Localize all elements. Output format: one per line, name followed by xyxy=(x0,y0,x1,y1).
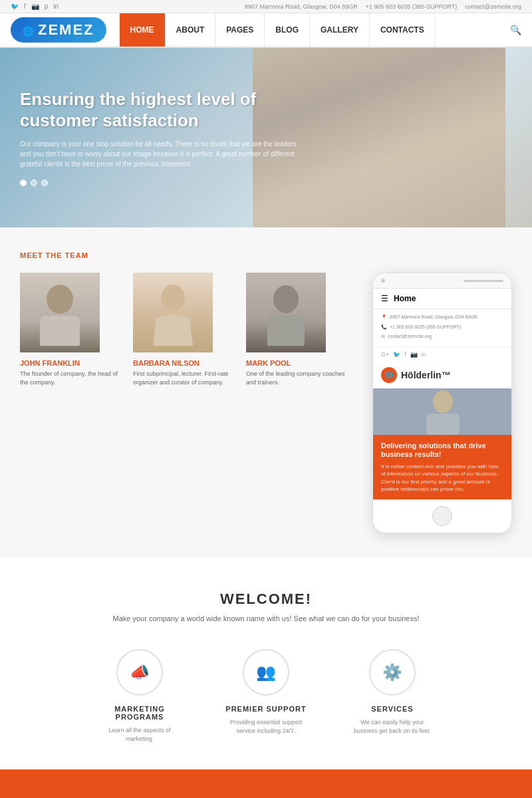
phone-address-icon: 📍 xyxy=(381,313,387,322)
phone-hero-image xyxy=(373,388,511,435)
phone-nav: ☰ Home xyxy=(373,289,511,309)
features-row: 📣 MARKETING PROGRAMS Learn all the aspec… xyxy=(20,649,512,743)
welcome-heading: WELCOME! xyxy=(20,591,512,608)
phone-camera xyxy=(381,279,385,283)
nav-contacts[interactable]: CONTACTS xyxy=(370,13,436,47)
phone-orange-content: Delivering solutions that drive business… xyxy=(373,435,511,499)
phone-contact-info: 📍8907 Marmora Road, Glasgow, D04 89GR 📞+… xyxy=(373,309,511,347)
phone-email: contact@zemcite.org xyxy=(388,332,432,341)
email-text: contact@zemcite.org xyxy=(465,3,521,10)
feature-marketing: 📣 MARKETING PROGRAMS Learn all the aspec… xyxy=(96,649,183,743)
phone-speaker xyxy=(464,280,503,282)
svg-rect-1 xyxy=(40,316,80,346)
hero-dot-1[interactable] xyxy=(20,180,27,186)
nav-pages[interactable]: PAGES xyxy=(215,13,265,47)
phone-linkedin-icon: in xyxy=(422,351,426,358)
nav-home[interactable]: HOME xyxy=(120,13,166,47)
social-links[interactable]: 🐦 f 📷 p in xyxy=(11,3,59,10)
feature-support-name: PREMIER SUPPORT xyxy=(225,705,306,713)
hero-dot-3[interactable] xyxy=(41,180,48,186)
phone-brand-name: Hölderlin™ xyxy=(401,370,451,380)
member-photo-3 xyxy=(246,273,326,352)
hero-section: Ensuring the highest level of customer s… xyxy=(0,48,532,227)
phone-address: 8907 Marmora Road, Glasgow, D04 89GR xyxy=(390,313,477,322)
header: 🌐ZEMEZ HOME ABOUT PAGES BLOG GALLERY CON… xyxy=(0,13,532,48)
phone-google-icon: G+ xyxy=(381,351,389,358)
phone-phone-icon: 📞 xyxy=(381,323,387,332)
hero-body: Our company is your one stop solution fo… xyxy=(20,139,299,169)
svg-rect-4 xyxy=(267,315,305,346)
member-photo-2 xyxy=(133,273,213,352)
phone-insta-icon: 📷 xyxy=(410,351,418,358)
svg-point-6 xyxy=(433,390,453,413)
address-text: 8907 Marmora Road, Glasgow, D04 89GR xyxy=(245,3,358,10)
svg-point-2 xyxy=(161,285,185,311)
phone-facebook-icon: f xyxy=(404,351,406,358)
feature-marketing-name: MARKETING PROGRAMS xyxy=(96,705,183,721)
team-members-list: JOHN FRANKLIN The founder of company, th… xyxy=(20,273,359,386)
cta-section: Save time, save money, grow and succeed!… xyxy=(0,769,532,798)
support-icon: 👥 xyxy=(243,649,289,696)
phone-text: +1 905 603 6035 (365-SUPPORT) xyxy=(366,3,458,10)
welcome-section: WELCOME! Make your company a world wide … xyxy=(0,557,532,769)
member-desc-3: One of the leading company coaches and t… xyxy=(246,370,348,386)
phone-brand: 🌐 Hölderlin™ xyxy=(373,362,511,388)
phone-twitter-icon: 🐦 xyxy=(393,351,400,358)
member-photo-1 xyxy=(20,273,100,352)
team-member-2: BARBARA NILSON First subprincipal, lectu… xyxy=(133,273,246,386)
phone-menu-icon: ☰ xyxy=(381,294,388,303)
hero-heading: Ensuring the highest level of customer s… xyxy=(20,89,299,130)
contact-info: 8907 Marmora Road, Glasgow, D04 89GR +1 … xyxy=(245,3,521,10)
phone-phone: +1 905 603 6035 (365-SUPPORT) xyxy=(390,323,461,332)
hero-dot-2[interactable] xyxy=(31,180,37,186)
main-nav: HOME ABOUT PAGES BLOG GALLERY CONTACTS xyxy=(120,13,510,47)
feature-services: ⚙️ SERVICES We can easily help your busi… xyxy=(349,649,436,743)
phone-email-icon: ✉ xyxy=(381,332,385,341)
member-name-1: JOHN FRANKLIN xyxy=(20,359,122,367)
feature-services-desc: We can easily help your business get bac… xyxy=(349,718,436,735)
phone-top-bar xyxy=(373,273,511,289)
svg-rect-7 xyxy=(426,414,460,435)
member-desc-1: The founder of company, the head of the … xyxy=(20,370,122,386)
team-section: MEET THE TEAM JOHN FRANKLIN The founder … xyxy=(0,227,532,557)
feature-support-desc: Providing essential support service incl… xyxy=(223,718,309,735)
hero-content: Ensuring the highest level of customer s… xyxy=(0,63,319,212)
feature-services-name: SERVICES xyxy=(371,705,413,713)
welcome-subtitle: Make your company a world wide known nam… xyxy=(20,614,512,622)
phone-mockup: ☰ Home 📍8907 Marmora Road, Glasgow, D04 … xyxy=(372,273,512,533)
feature-marketing-desc: Learn all the aspects of marketing. xyxy=(96,726,183,743)
search-button[interactable]: 🔍 xyxy=(510,25,521,35)
instagram-icon[interactable]: 📷 xyxy=(31,3,39,10)
hero-carousel-dots[interactable] xyxy=(20,180,299,186)
member-name-2: BARBARA NILSON xyxy=(133,359,235,367)
phone-nav-label: Home xyxy=(394,294,416,303)
services-icon: ⚙️ xyxy=(369,649,416,696)
svg-point-3 xyxy=(273,285,299,313)
globe-icon: 🌐 xyxy=(23,26,35,37)
pinterest-icon[interactable]: p xyxy=(45,3,49,10)
member-desc-2: First subprincipal, lecturer. First-rate… xyxy=(133,370,235,386)
svg-point-0 xyxy=(47,285,73,314)
twitter-icon[interactable]: 🐦 xyxy=(11,3,19,10)
team-member-3: MARK POOL One of the leading company coa… xyxy=(246,273,359,386)
logo[interactable]: 🌐ZEMEZ xyxy=(11,17,106,43)
top-bar: 🐦 f 📷 p in 8907 Marmora Road, Glasgow, D… xyxy=(0,0,532,13)
team-row: JOHN FRANKLIN The founder of company, th… xyxy=(20,273,512,533)
phone-bottom xyxy=(373,499,511,533)
nav-gallery[interactable]: GALLERY xyxy=(310,13,370,47)
nav-about[interactable]: ABOUT xyxy=(166,13,216,47)
phone-orange-body: It is rather content-rich and provides y… xyxy=(381,463,503,493)
phone-home-button[interactable] xyxy=(432,506,452,526)
member-name-3: MARK POOL xyxy=(246,359,348,367)
team-member-1: JOHN FRANKLIN The founder of company, th… xyxy=(20,273,133,386)
phone-socials: G+ 🐦 f 📷 in xyxy=(373,347,511,362)
nav-blog[interactable]: BLOG xyxy=(265,13,310,47)
team-section-label: MEET THE TEAM xyxy=(20,251,512,259)
linkedin-icon[interactable]: in xyxy=(53,3,59,10)
feature-support: 👥 PREMIER SUPPORT Providing essential su… xyxy=(223,649,309,743)
phone-brand-logo: 🌐 xyxy=(381,367,397,383)
facebook-icon[interactable]: f xyxy=(24,3,26,10)
phone-orange-heading: Delivering solutions that drive business… xyxy=(381,442,503,459)
marketing-icon: 📣 xyxy=(116,649,163,696)
